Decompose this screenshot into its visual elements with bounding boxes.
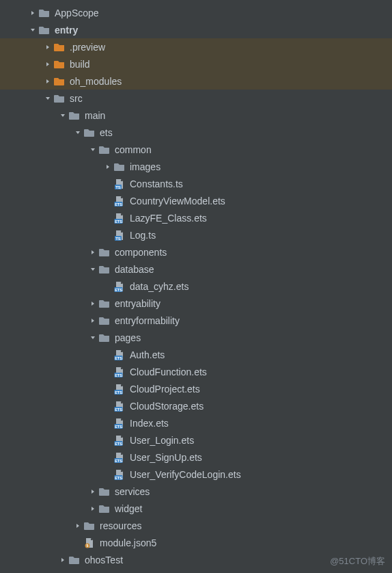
chevron-down-icon[interactable] xyxy=(87,267,98,272)
tree-item-label: pages xyxy=(115,332,141,343)
chevron-right-icon[interactable] xyxy=(57,557,68,563)
tree-item-label: LazyFE_Class.ets xyxy=(130,213,207,224)
tree-row[interactable]: ETSdata_cyhz.ets xyxy=(0,278,392,295)
tree-item-label: entry xyxy=(55,25,78,36)
file-ets-icon: ETS xyxy=(113,451,126,464)
tree-row[interactable]: entry xyxy=(0,21,392,38)
svg-text:ETS: ETS xyxy=(115,475,122,479)
folder-gray-icon xyxy=(38,24,51,36)
tree-row[interactable]: TSConstants.ts xyxy=(0,175,392,192)
svg-text:TS: TS xyxy=(115,185,121,189)
tree-row[interactable]: ETSLazyFE_Class.ets xyxy=(0,209,392,226)
tree-item-label: data_cyhz.ets xyxy=(130,281,188,292)
tree-item-label: User_VerifyCodeLogin.ets xyxy=(130,469,241,480)
tree-row[interactable]: 5module.json5 xyxy=(0,534,392,551)
tree-row[interactable]: src xyxy=(0,90,392,107)
tree-row[interactable]: .preview xyxy=(0,38,392,55)
folder-gray-icon xyxy=(38,7,51,19)
tree-row[interactable]: ets xyxy=(0,124,392,141)
folder-gray-icon xyxy=(98,144,111,156)
tree-row[interactable]: AppScope xyxy=(0,4,392,21)
tree-item-label: entryformability xyxy=(115,315,180,326)
tree-item-label: User_SignUp.ets xyxy=(130,452,202,463)
chevron-right-icon[interactable] xyxy=(42,62,53,67)
tree-item-label: components xyxy=(115,247,167,258)
tree-row[interactable]: build xyxy=(0,55,392,72)
tree-item-label: Constants.ts xyxy=(130,178,183,189)
file-ets-icon: ETS xyxy=(113,349,126,361)
tree-row[interactable]: services xyxy=(0,483,392,500)
tree-item-label: .preview xyxy=(70,42,105,53)
chevron-right-icon[interactable] xyxy=(42,44,53,50)
tree-row[interactable]: images xyxy=(0,158,392,175)
tree-row[interactable]: ETSCloudProject.ets xyxy=(0,380,392,397)
tree-row[interactable]: ETSCloudFunction.ets xyxy=(0,363,392,380)
tree-row[interactable]: entryability xyxy=(0,295,392,312)
folder-gray-icon xyxy=(98,315,111,327)
folder-gray-icon xyxy=(83,126,96,139)
tree-item-label: common xyxy=(115,144,152,155)
svg-text:ETS: ETS xyxy=(115,373,122,377)
folder-orange-icon xyxy=(53,41,66,53)
chevron-right-icon[interactable] xyxy=(87,506,98,511)
project-tree: AppScopeentry.previewbuildoh_modulessrcm… xyxy=(0,0,392,568)
tree-row[interactable]: components xyxy=(0,243,392,261)
tree-row[interactable]: ETSCountryViewModel.ets xyxy=(0,192,392,209)
svg-text:ETS: ETS xyxy=(115,424,122,428)
chevron-down-icon[interactable] xyxy=(42,96,53,101)
tree-item-label: Log.ts xyxy=(130,230,156,241)
tree-item-label: build xyxy=(70,59,90,70)
chevron-down-icon[interactable] xyxy=(27,27,38,33)
file-ts-icon: TS xyxy=(113,178,126,190)
folder-gray-icon xyxy=(98,297,111,310)
tree-row[interactable]: main xyxy=(0,107,392,124)
tree-row[interactable]: ETSCloudStorage.ets xyxy=(0,397,392,414)
tree-item-label: AppScope xyxy=(55,8,99,18)
tree-row[interactable]: ETSUser_VerifyCodeLogin.ets xyxy=(0,466,392,483)
tree-row[interactable]: pages xyxy=(0,329,392,346)
tree-item-label: widget xyxy=(115,503,142,514)
tree-row[interactable]: TSLog.ts xyxy=(0,226,392,243)
tree-row[interactable]: entryformability xyxy=(0,312,392,329)
tree-row[interactable]: oh_modules xyxy=(0,72,392,90)
file-ets-icon: ETS xyxy=(113,195,126,207)
chevron-right-icon[interactable] xyxy=(87,489,98,494)
chevron-right-icon[interactable] xyxy=(87,318,98,323)
chevron-right-icon[interactable] xyxy=(102,164,113,170)
tree-row[interactable]: widget xyxy=(0,500,392,517)
chevron-down-icon[interactable] xyxy=(72,130,83,135)
tree-item-label: images xyxy=(130,161,160,172)
folder-gray-icon xyxy=(83,520,96,532)
folder-gray-icon xyxy=(98,246,111,258)
tree-row[interactable]: resources xyxy=(0,517,392,534)
chevron-right-icon[interactable] xyxy=(27,10,38,16)
tree-row[interactable]: database xyxy=(0,261,392,278)
tree-item-label: CloudStorage.ets xyxy=(130,401,204,412)
svg-text:ETS: ETS xyxy=(115,202,122,206)
chevron-down-icon[interactable] xyxy=(87,335,98,341)
svg-text:5: 5 xyxy=(87,544,89,548)
file-ets-icon: ETS xyxy=(113,383,126,395)
chevron-right-icon[interactable] xyxy=(72,523,83,529)
chevron-right-icon[interactable] xyxy=(87,250,98,255)
tree-row[interactable]: ETSIndex.ets xyxy=(0,414,392,431)
folder-orange-icon xyxy=(53,58,66,70)
tree-item-label: module.json5 xyxy=(100,537,156,548)
file-ets-icon: ETS xyxy=(113,434,126,447)
chevron-right-icon[interactable] xyxy=(42,79,53,84)
tree-row[interactable]: ETSUser_SignUp.ets xyxy=(0,449,392,466)
tree-item-label: ets xyxy=(100,127,113,138)
svg-text:ETS: ETS xyxy=(115,356,122,360)
tree-row[interactable]: ETSAuth.ets xyxy=(0,346,392,363)
tree-row[interactable]: common xyxy=(0,141,392,158)
tree-row[interactable]: ETSUser_Login.ets xyxy=(0,431,392,449)
tree-item-label: CountryViewModel.ets xyxy=(130,196,225,206)
folder-gray-icon xyxy=(113,161,126,173)
chevron-down-icon[interactable] xyxy=(87,147,98,152)
chevron-right-icon[interactable] xyxy=(87,301,98,306)
chevron-down-icon[interactable] xyxy=(57,113,68,118)
tree-item-label: src xyxy=(70,93,83,104)
folder-gray-icon xyxy=(98,332,111,344)
folder-gray-icon xyxy=(98,263,111,276)
tree-item-label: CloudProject.ets xyxy=(130,384,200,395)
